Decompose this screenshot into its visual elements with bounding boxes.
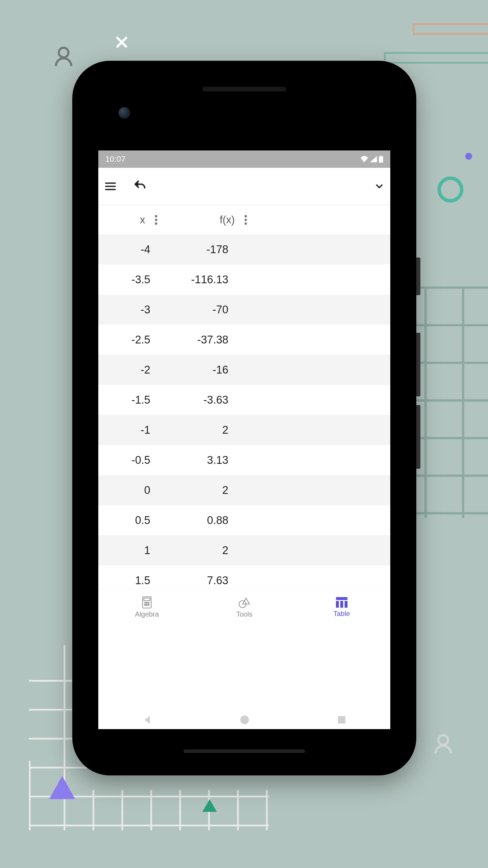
- cell-x: -1: [98, 424, 162, 436]
- phone-side-button: [416, 257, 420, 295]
- cell-fx: -116.13: [162, 273, 240, 286]
- phone-speaker: [202, 87, 286, 91]
- menu-button[interactable]: [104, 180, 117, 193]
- svg-point-33: [240, 715, 249, 724]
- svg-rect-28: [336, 597, 348, 600]
- decor-stroke-orange: [413, 23, 488, 35]
- statusbar-time: 10:07: [105, 155, 126, 164]
- cell-x: 1.5: [98, 574, 162, 587]
- table-row[interactable]: 02: [98, 475, 390, 505]
- decor-triangle-purple: [49, 776, 75, 800]
- collapse-button[interactable]: [374, 181, 385, 191]
- chevron-down-icon: [374, 181, 385, 191]
- cell-fx: -16: [162, 364, 240, 376]
- function-table: x f(x) -4-178-3.5-116.13-3-70-2.5-37.38-…: [98, 206, 390, 625]
- appbar: [98, 168, 390, 206]
- statusbar: 10:07: [98, 151, 390, 168]
- phone-side-button: [416, 333, 420, 396]
- table-row[interactable]: 12: [98, 535, 390, 565]
- table-row[interactable]: -2.5-37.38: [98, 324, 390, 355]
- cell-x: -3: [98, 304, 162, 316]
- table-row[interactable]: -2-16: [98, 355, 390, 385]
- cell-fx: -70: [162, 304, 240, 316]
- tab-label: Algebra: [135, 610, 159, 618]
- table-row[interactable]: -3-70: [98, 294, 390, 324]
- cell-x: -0.5: [98, 454, 162, 466]
- phone-home-indicator: [184, 749, 305, 753]
- cell-x: -1.5: [98, 394, 162, 406]
- svg-point-0: [59, 48, 68, 57]
- svg-marker-32: [144, 716, 150, 724]
- bottom-tabs: Algebra Tools Table: [98, 589, 390, 625]
- cell-fx: -37.38: [162, 334, 240, 346]
- nav-recent[interactable]: [337, 715, 347, 726]
- svg-point-20: [145, 602, 146, 603]
- phone-side-button: [416, 405, 420, 469]
- column-header-x: x: [98, 214, 150, 226]
- decor-circle: [437, 177, 463, 203]
- table-row[interactable]: -12: [98, 415, 390, 445]
- svg-point-22: [148, 602, 150, 603]
- phone-frame: 10:07: [72, 61, 416, 775]
- svg-point-16: [245, 219, 247, 221]
- svg-point-13: [155, 219, 158, 221]
- decor-person-icon: [52, 43, 75, 71]
- svg-point-21: [147, 602, 148, 603]
- signal-icon: [370, 156, 377, 162]
- cell-x: 0.5: [98, 514, 162, 527]
- wifi-icon: [360, 156, 368, 162]
- cell-x: 0: [98, 484, 162, 496]
- column-header-fx: f(x): [162, 214, 240, 226]
- hamburger-icon: [104, 180, 117, 193]
- tab-label: Table: [333, 610, 350, 618]
- svg-point-15: [245, 215, 247, 218]
- svg-marker-3: [49, 776, 75, 799]
- table-row[interactable]: -3.5-116.13: [98, 265, 390, 294]
- svg-point-12: [155, 215, 158, 218]
- undo-button[interactable]: [133, 180, 147, 193]
- tab-label: Tools: [236, 610, 252, 618]
- cell-x: -3.5: [98, 273, 162, 286]
- more-vert-icon: [155, 215, 158, 225]
- cell-x: -2: [98, 364, 162, 376]
- cell-fx: -178: [162, 243, 240, 256]
- tab-algebra[interactable]: Algebra: [98, 589, 196, 625]
- svg-rect-31: [345, 601, 348, 608]
- decor-person-icon-bottom: [432, 731, 455, 758]
- table-row[interactable]: -4-178: [98, 235, 390, 265]
- undo-icon: [133, 180, 147, 193]
- column-menu-fx[interactable]: [240, 215, 252, 225]
- svg-rect-7: [379, 156, 383, 163]
- table-row[interactable]: -1.5-3.63: [98, 385, 390, 415]
- cell-fx: 7.63: [162, 574, 240, 587]
- table-icon: [336, 597, 348, 608]
- table-row[interactable]: 0.50.88: [98, 505, 390, 535]
- decor-close-icon: [114, 35, 129, 51]
- cell-x: -4: [98, 243, 162, 256]
- decor-stroke-teal: [384, 52, 488, 64]
- cell-x: 1: [98, 544, 162, 557]
- tab-tools[interactable]: Tools: [196, 589, 293, 625]
- svg-marker-6: [370, 156, 377, 162]
- content-area: x f(x) -4-178-3.5-116.13-3-70-2.5-37.38-…: [98, 206, 390, 625]
- cell-fx: 2: [162, 424, 240, 436]
- table-row[interactable]: -0.53.13: [98, 445, 390, 475]
- cell-fx: 2: [162, 484, 240, 496]
- more-vert-icon: [244, 215, 247, 225]
- tab-table[interactable]: Table: [293, 589, 390, 625]
- table-header: x f(x): [98, 206, 390, 235]
- svg-rect-19: [144, 598, 150, 601]
- calculator-icon: [141, 596, 152, 609]
- column-menu-x[interactable]: [150, 215, 162, 225]
- cell-fx: -3.63: [162, 394, 240, 406]
- svg-point-25: [148, 604, 150, 606]
- android-nav: [98, 706, 390, 735]
- nav-home[interactable]: [239, 715, 250, 726]
- svg-marker-4: [202, 799, 217, 812]
- nav-back[interactable]: [142, 715, 152, 726]
- phone-camera: [119, 107, 130, 119]
- cell-fx: 3.13: [162, 454, 240, 466]
- svg-point-24: [147, 604, 148, 606]
- svg-rect-34: [338, 716, 346, 724]
- svg-point-5: [438, 735, 448, 745]
